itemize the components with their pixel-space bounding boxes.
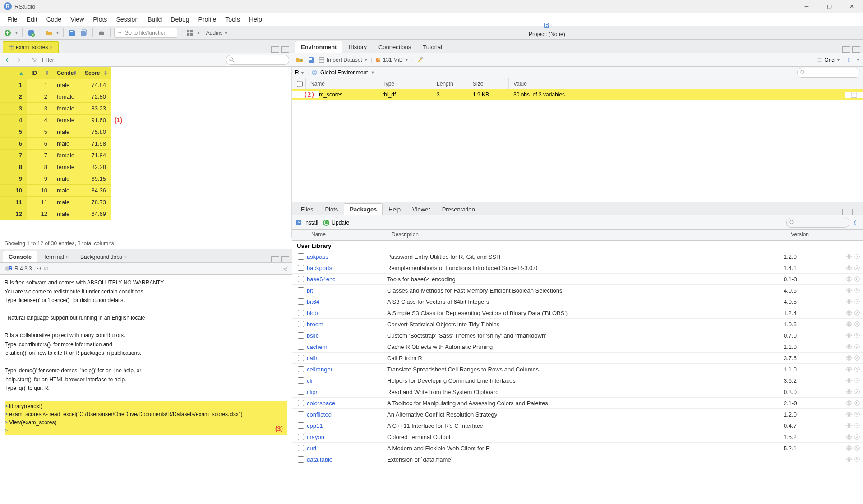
pkg-checkbox[interactable] — [298, 389, 304, 395]
minimize-pane-icon[interactable] — [842, 46, 850, 53]
refresh-icon[interactable] — [853, 220, 859, 226]
tab-plots[interactable]: Plots — [319, 203, 344, 215]
remove-icon[interactable] — [854, 389, 860, 395]
sort-icon[interactable]: ⇕ — [73, 70, 77, 76]
env-object-row[interactable]: exam_scores tbl_df 3 1.9 KB 30 obs. of 3… — [292, 89, 863, 100]
table-row[interactable]: 1111male78.73 — [0, 197, 111, 208]
close-button[interactable]: ✕ — [840, 0, 863, 13]
web-icon[interactable] — [846, 276, 852, 282]
menu-plots[interactable]: Plots — [88, 14, 111, 25]
pkg-link[interactable]: backports — [307, 265, 332, 271]
tab-packages[interactable]: Packages — [344, 203, 383, 215]
web-icon[interactable] — [846, 355, 852, 361]
clear-icon[interactable] — [282, 265, 289, 272]
pkg-link[interactable]: bit64 — [307, 298, 319, 305]
table-row[interactable]: 1212male64.69 — [0, 208, 111, 220]
remove-icon[interactable] — [854, 422, 860, 429]
web-icon[interactable] — [846, 389, 852, 395]
open-file-icon[interactable] — [44, 28, 54, 38]
remove-icon[interactable] — [854, 456, 860, 463]
console-output[interactable]: R is free software and comes with ABSOLU… — [0, 275, 292, 504]
pkg-checkbox[interactable] — [298, 298, 304, 305]
forward-icon[interactable] — [14, 55, 23, 64]
pkg-checkbox[interactable] — [298, 411, 304, 417]
select-all-checkbox[interactable] — [297, 81, 303, 87]
remove-icon[interactable] — [854, 253, 860, 260]
minimize-pane-icon[interactable] — [842, 209, 850, 215]
web-icon[interactable] — [846, 253, 852, 260]
menu-session[interactable]: Session — [111, 14, 143, 25]
env-col-size[interactable]: Size — [468, 78, 509, 89]
close-icon[interactable]: × — [66, 254, 69, 260]
maximize-pane-icon[interactable] — [281, 256, 289, 262]
pkg-checkbox[interactable] — [298, 287, 304, 293]
remove-icon[interactable] — [854, 332, 860, 339]
tab-presentation[interactable]: Presentation — [436, 203, 481, 215]
pkg-link[interactable]: conflicted — [307, 411, 332, 418]
web-icon[interactable] — [846, 344, 852, 350]
pkg-checkbox[interactable] — [298, 253, 304, 260]
save-all-icon[interactable] — [79, 28, 89, 38]
install-button[interactable]: Install — [295, 219, 318, 226]
table-row[interactable]: 22female72.80 — [0, 91, 111, 103]
web-icon[interactable] — [846, 445, 852, 451]
pkg-col-desc[interactable]: Description — [387, 230, 786, 240]
menu-profile[interactable]: Profile — [194, 14, 221, 25]
pkg-link[interactable]: broom — [307, 321, 323, 328]
menu-debug[interactable]: Debug — [166, 14, 194, 25]
save-icon[interactable] — [307, 55, 316, 64]
close-icon[interactable]: × — [124, 254, 127, 260]
pkg-link[interactable]: cpp11 — [307, 422, 323, 429]
refresh-icon[interactable] — [845, 55, 854, 64]
chevron-down-icon[interactable]: ▼ — [197, 31, 201, 35]
pkg-link[interactable]: base64enc — [307, 276, 336, 283]
tab-history[interactable]: History — [342, 41, 372, 53]
remove-icon[interactable] — [854, 287, 860, 293]
tab-terminal[interactable]: Terminal× — [37, 251, 74, 262]
menu-view[interactable]: View — [66, 14, 88, 25]
print-icon[interactable] — [97, 28, 106, 38]
menu-edit[interactable]: Edit — [22, 14, 42, 25]
pkg-checkbox[interactable] — [298, 265, 304, 271]
pkg-checkbox[interactable] — [298, 276, 304, 282]
remove-icon[interactable] — [854, 344, 860, 350]
pkg-link[interactable]: crayon — [307, 434, 324, 440]
pkg-link[interactable]: colorspace — [307, 400, 335, 407]
pkg-link[interactable]: clipr — [307, 389, 318, 395]
pkg-checkbox[interactable] — [298, 321, 304, 327]
pkg-checkbox[interactable] — [298, 377, 304, 384]
pkg-link[interactable]: data.table — [307, 456, 332, 463]
memory-icon[interactable]: 131 MiB ▼ — [375, 55, 409, 64]
r-selector[interactable]: R ▼ — [295, 69, 305, 76]
env-col-value[interactable]: Value — [509, 78, 863, 89]
remove-icon[interactable] — [854, 411, 860, 417]
maximize-pane-icon[interactable] — [281, 46, 289, 53]
pkg-link[interactable]: bslib — [307, 332, 319, 339]
table-row[interactable]: 33female83.23 — [0, 103, 111, 115]
menu-build[interactable]: Build — [143, 14, 166, 25]
remove-icon[interactable] — [854, 298, 860, 305]
tab-environment[interactable]: Environment — [295, 41, 342, 53]
pkg-checkbox[interactable] — [298, 310, 304, 316]
chevron-down-icon[interactable]: ▼ — [14, 31, 18, 35]
pkg-checkbox[interactable] — [298, 366, 304, 372]
table-row[interactable]: 11male74.84 — [0, 79, 111, 91]
remove-icon[interactable] — [854, 434, 860, 440]
pkg-checkbox[interactable] — [298, 355, 304, 361]
web-icon[interactable] — [846, 456, 852, 463]
web-icon[interactable] — [846, 377, 852, 384]
remove-icon[interactable] — [854, 445, 860, 451]
maximize-button[interactable]: ▢ — [818, 0, 840, 13]
addins-menu[interactable]: Addins ▼ — [203, 30, 232, 36]
env-col-name[interactable]: Name — [306, 78, 378, 89]
clear-env-icon[interactable] — [415, 55, 425, 64]
web-icon[interactable] — [846, 411, 852, 417]
table-row[interactable]: 77female71.84 — [0, 150, 111, 161]
pkg-col-version[interactable]: Version — [786, 230, 840, 240]
pkg-checkbox[interactable] — [298, 456, 304, 463]
pkg-checkbox[interactable] — [298, 344, 304, 350]
web-icon[interactable] — [846, 265, 852, 271]
tab-help-pane[interactable]: Help — [383, 203, 406, 215]
minimize-pane-icon[interactable] — [271, 256, 279, 262]
remove-icon[interactable] — [854, 400, 860, 406]
